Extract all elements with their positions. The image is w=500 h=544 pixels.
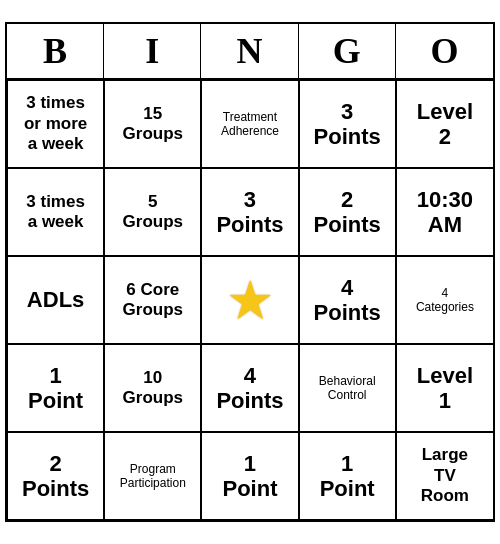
cell-text-16: 10Groups	[123, 368, 183, 409]
cell-text-4: Level2	[417, 99, 473, 150]
bingo-cell-3: 3Points	[299, 80, 396, 168]
bingo-cell-24: LargeTVRoom	[396, 432, 493, 520]
bingo-cell-8: 2Points	[299, 168, 396, 256]
bingo-cell-4: Level2	[396, 80, 493, 168]
cell-text-20: 2Points	[22, 451, 89, 502]
header-letter-I: I	[104, 24, 201, 78]
bingo-cell-6: 5Groups	[104, 168, 201, 256]
cell-text-18: BehavioralControl	[319, 374, 376, 403]
bingo-cell-14: 4Categories	[396, 256, 493, 344]
cell-text-21: ProgramParticipation	[120, 462, 186, 491]
bingo-cell-10: ADLs	[7, 256, 104, 344]
bingo-cell-23: 1Point	[299, 432, 396, 520]
cell-text-14: 4Categories	[416, 286, 474, 315]
header-letter-B: B	[7, 24, 104, 78]
cell-text-15: 1Point	[28, 363, 83, 414]
bingo-cell-0: 3 timesor morea week	[7, 80, 104, 168]
bingo-cell-17: 4Points	[201, 344, 298, 432]
cell-text-8: 2Points	[314, 187, 381, 238]
cell-text-1: 15Groups	[123, 104, 183, 145]
cell-text-19: Level1	[417, 363, 473, 414]
bingo-cell-19: Level1	[396, 344, 493, 432]
cell-text-9: 10:30AM	[417, 187, 473, 238]
cell-text-22: 1Point	[222, 451, 277, 502]
bingo-card: BINGO 3 timesor morea week15GroupsTreatm…	[5, 22, 495, 522]
bingo-header: BINGO	[7, 24, 493, 80]
bingo-cell-16: 10Groups	[104, 344, 201, 432]
bingo-cell-1: 15Groups	[104, 80, 201, 168]
cell-text-13: 4Points	[314, 275, 381, 326]
bingo-cell-15: 1Point	[7, 344, 104, 432]
cell-text-23: 1Point	[320, 451, 375, 502]
bingo-cell-2: TreatmentAdherence	[201, 80, 298, 168]
header-letter-N: N	[201, 24, 298, 78]
cell-text-3: 3Points	[314, 99, 381, 150]
bingo-cell-22: 1Point	[201, 432, 298, 520]
bingo-grid: 3 timesor morea week15GroupsTreatmentAdh…	[7, 80, 493, 520]
bingo-cell-13: 4Points	[299, 256, 396, 344]
bingo-cell-20: 2Points	[7, 432, 104, 520]
star-icon: ★	[226, 268, 274, 333]
bingo-cell-11: 6 CoreGroups	[104, 256, 201, 344]
bingo-cell-7: 3Points	[201, 168, 298, 256]
cell-text-0: 3 timesor morea week	[24, 93, 87, 154]
bingo-cell-9: 10:30AM	[396, 168, 493, 256]
bingo-cell-18: BehavioralControl	[299, 344, 396, 432]
header-letter-G: G	[299, 24, 396, 78]
cell-text-7: 3Points	[216, 187, 283, 238]
bingo-cell-12: ★	[201, 256, 298, 344]
cell-text-6: 5Groups	[123, 192, 183, 233]
cell-text-10: ADLs	[27, 287, 84, 312]
bingo-cell-5: 3 timesa week	[7, 168, 104, 256]
cell-text-11: 6 CoreGroups	[123, 280, 183, 321]
bingo-cell-21: ProgramParticipation	[104, 432, 201, 520]
header-letter-O: O	[396, 24, 493, 78]
cell-text-5: 3 timesa week	[26, 192, 85, 233]
cell-text-24: LargeTVRoom	[421, 445, 469, 506]
cell-text-17: 4Points	[216, 363, 283, 414]
cell-text-2: TreatmentAdherence	[221, 110, 279, 139]
